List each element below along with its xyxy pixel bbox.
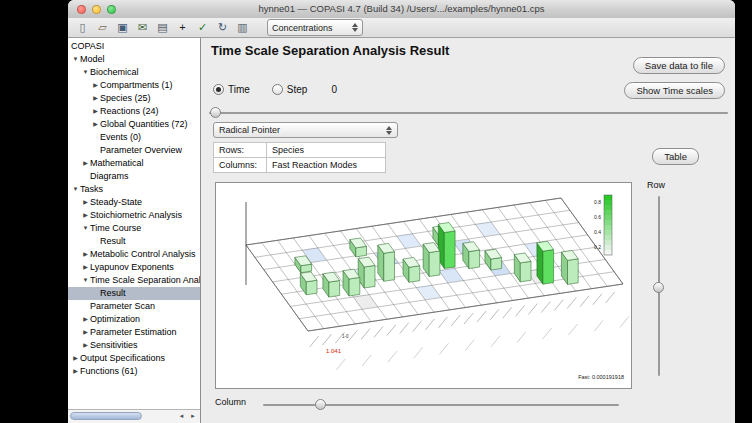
tree-item-diagrams[interactable]: Diagrams bbox=[68, 170, 200, 183]
tree-item-events-0[interactable]: Events (0) bbox=[68, 131, 200, 144]
tree-item-time-course[interactable]: ▼Time Course bbox=[68, 222, 200, 235]
tree-item-label: Species (25) bbox=[100, 92, 151, 105]
tree-item-label: Diagrams bbox=[90, 170, 129, 183]
tree-item-time-scale-separation-anal[interactable]: ▼Time Scale Separation Anal bbox=[68, 274, 200, 287]
scrollbar-arrow-icons[interactable]: ◄ ► bbox=[178, 410, 198, 422]
tree-item-mathematical[interactable]: ▶Mathematical bbox=[68, 157, 200, 170]
tree-item-parameter-overview[interactable]: Parameter Overview bbox=[68, 144, 200, 157]
time-slider-track[interactable] bbox=[209, 112, 728, 114]
tree-item-label: Biochemical bbox=[90, 66, 139, 79]
apply-check-icon[interactable]: ✓ bbox=[194, 20, 211, 35]
tree-collapsed-icon[interactable]: ▶ bbox=[81, 196, 90, 209]
save-data-button[interactable]: Save data to file bbox=[633, 57, 725, 74]
pointer-dropdown-value: Radical Pointer bbox=[219, 125, 280, 135]
concentrations-dropdown[interactable]: Concentrations bbox=[267, 19, 363, 36]
tree-item-sensitivities[interactable]: ▶Sensitivities bbox=[68, 339, 200, 352]
tree-collapsed-icon[interactable]: ▶ bbox=[81, 209, 90, 222]
plot-frame: 0.80.60.40.21-01.041Fast: 0.000191918 bbox=[215, 182, 632, 389]
tree-expanded-icon[interactable]: ▼ bbox=[71, 183, 80, 196]
tree-item-output-specifications[interactable]: ▶Output Specifications bbox=[68, 352, 200, 365]
update-icon[interactable]: ↻ bbox=[214, 20, 231, 35]
tree-item-compartments-1[interactable]: ▶Compartments (1) bbox=[68, 79, 200, 92]
step-value: 0 bbox=[331, 84, 337, 95]
tree-item-label: Reactions (24) bbox=[100, 105, 159, 118]
tree-collapsed-icon[interactable]: ▶ bbox=[71, 352, 80, 365]
tree-item-parameter-estimation[interactable]: ▶Parameter Estimation bbox=[68, 326, 200, 339]
show-time-scales-button[interactable]: Show Time scales bbox=[624, 82, 725, 99]
time-step-radio-group: Time Step 0 bbox=[213, 84, 337, 95]
tree-item-label: Output Specifications bbox=[80, 352, 165, 365]
axes-info-table: Rows: Species Columns: Fast Reaction Mod… bbox=[213, 142, 386, 173]
tree-item-steady-state[interactable]: ▶Steady-State bbox=[68, 196, 200, 209]
tree-collapsed-icon[interactable]: ▶ bbox=[91, 92, 100, 105]
window-title: hynne01 — COPASI 4.7 (Build 34) /Users/.… bbox=[68, 0, 735, 18]
tree-collapsed-icon[interactable]: ▶ bbox=[81, 261, 90, 274]
row-slider-knob[interactable] bbox=[653, 282, 664, 293]
time-slider[interactable] bbox=[209, 107, 728, 118]
tree-item-label: Optimization bbox=[90, 313, 140, 326]
column-axis-label: Column bbox=[215, 397, 246, 407]
tree-collapsed-icon[interactable]: ▶ bbox=[81, 326, 90, 339]
time-radio[interactable] bbox=[213, 84, 224, 95]
tree-item-label: Time Scale Separation Anal bbox=[90, 274, 200, 287]
tree-expanded-icon[interactable]: ▼ bbox=[81, 66, 90, 79]
save-icon[interactable]: ▣ bbox=[114, 20, 131, 35]
column-slider[interactable] bbox=[263, 399, 619, 410]
export-mail-icon[interactable]: ✉ bbox=[134, 20, 151, 35]
tree-item-parameter-scan[interactable]: Parameter Scan bbox=[68, 300, 200, 313]
tree-item-result[interactable]: Result bbox=[68, 287, 200, 300]
tree-item-species-25[interactable]: ▶Species (25) bbox=[68, 92, 200, 105]
row-slider[interactable] bbox=[653, 196, 664, 376]
tree-expanded-icon[interactable]: ▼ bbox=[71, 53, 80, 66]
table-button[interactable]: Table bbox=[652, 148, 699, 165]
table-row: Columns: Fast Reaction Modes bbox=[214, 158, 386, 173]
tree-item-reactions-24[interactable]: ▶Reactions (24) bbox=[68, 105, 200, 118]
column-slider-knob[interactable] bbox=[315, 399, 326, 410]
tree-collapsed-icon[interactable]: ▶ bbox=[81, 339, 90, 352]
step-radio[interactable] bbox=[272, 84, 283, 95]
time-slider-knob[interactable] bbox=[210, 107, 221, 118]
print-icon[interactable]: ▤ bbox=[154, 20, 171, 35]
tree-item-biochemical[interactable]: ▼Biochemical bbox=[68, 66, 200, 79]
sidebar: COPASI▼Model▼Biochemical▶Compartments (1… bbox=[68, 38, 201, 423]
tree-item-label: Functions (61) bbox=[80, 365, 138, 378]
view-settings-icon[interactable]: ▥ bbox=[234, 20, 251, 35]
time-radio-label: Time bbox=[228, 84, 250, 95]
toolbar: ▯▱▣✉▤+✓↻▥ Concentrations bbox=[68, 18, 735, 38]
tree-expanded-icon[interactable]: ▼ bbox=[81, 274, 90, 287]
tree-item-optimization[interactable]: ▶Optimization bbox=[68, 313, 200, 326]
sidebar-horizontal-scrollbar[interactable]: ◄ ► bbox=[68, 409, 200, 423]
tree-item-label: Events (0) bbox=[100, 131, 141, 144]
tree-item-label: Global Quantities (72) bbox=[100, 118, 188, 131]
sidebar-tree: COPASI▼Model▼Biochemical▶Compartments (1… bbox=[68, 40, 200, 378]
open-folder-icon[interactable]: ▱ bbox=[94, 20, 111, 35]
tree-item-label: Tasks bbox=[80, 183, 103, 196]
tree-collapsed-icon[interactable]: ▶ bbox=[91, 118, 100, 131]
tree-collapsed-icon[interactable]: ▶ bbox=[91, 79, 100, 92]
tree-collapsed-icon[interactable]: ▶ bbox=[81, 248, 90, 261]
new-file-icon[interactable]: ▯ bbox=[74, 20, 91, 35]
tree-item-global-quantities-72[interactable]: ▶Global Quantities (72) bbox=[68, 118, 200, 131]
scrollbar-thumb[interactable] bbox=[70, 412, 142, 420]
tree-item-tasks[interactable]: ▼Tasks bbox=[68, 183, 200, 196]
title-bar[interactable]: hynne01 — COPASI 4.7 (Build 34) /Users/.… bbox=[68, 0, 735, 19]
tree-collapsed-icon[interactable]: ▶ bbox=[91, 105, 100, 118]
tree-item-label: Model bbox=[80, 53, 105, 66]
tree-item-copasi[interactable]: COPASI bbox=[68, 40, 200, 53]
pointer-dropdown[interactable]: Radical Pointer bbox=[213, 122, 398, 138]
tree-item-label: Mathematical bbox=[90, 157, 144, 170]
tree-item-model[interactable]: ▼Model bbox=[68, 53, 200, 66]
tree-item-result[interactable]: Result bbox=[68, 235, 200, 248]
tree-item-label: Steady-State bbox=[90, 196, 142, 209]
tree-collapsed-icon[interactable]: ▶ bbox=[71, 365, 80, 378]
tree-item-label: Stoichiometric Analysis bbox=[90, 209, 182, 222]
tree-item-lyapunov-exponents[interactable]: ▶Lyapunov Exponents bbox=[68, 261, 200, 274]
tree-collapsed-icon[interactable]: ▶ bbox=[81, 313, 90, 326]
tree-item-metabolic-control-analysis[interactable]: ▶Metabolic Control Analysis bbox=[68, 248, 200, 261]
tree-item-stoichiometric-analysis[interactable]: ▶Stoichiometric Analysis bbox=[68, 209, 200, 222]
tree-collapsed-icon[interactable]: ▶ bbox=[81, 157, 90, 170]
tree-expanded-icon[interactable]: ▼ bbox=[81, 222, 90, 235]
tree-item-functions-61[interactable]: ▶Functions (61) bbox=[68, 365, 200, 378]
concentrations-dropdown-value: Concentrations bbox=[272, 23, 333, 33]
add-icon[interactable]: + bbox=[174, 20, 191, 35]
